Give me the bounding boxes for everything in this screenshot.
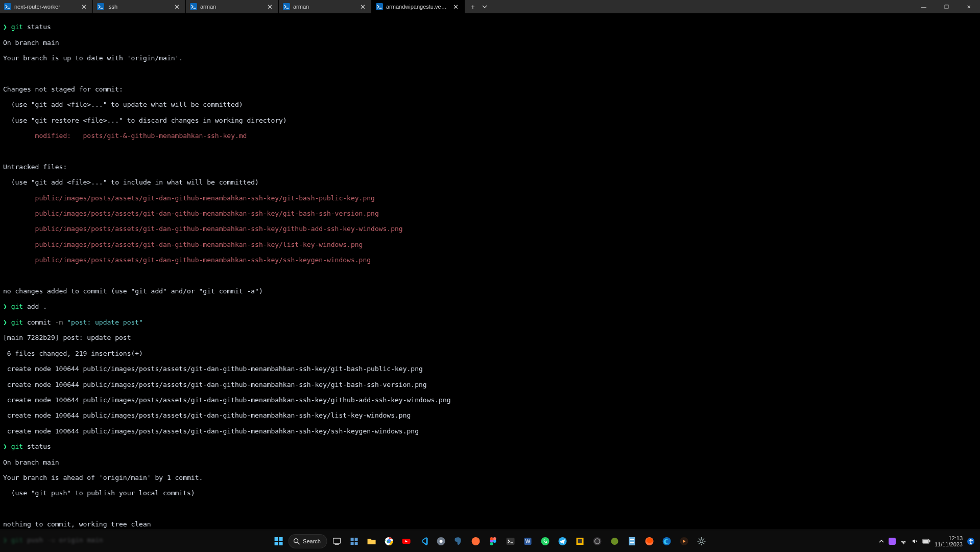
powershell-icon xyxy=(190,3,197,10)
app-icon-2[interactable] xyxy=(572,534,588,549)
cmd: commit xyxy=(23,318,55,326)
word-icon[interactable]: W xyxy=(520,534,536,549)
svg-rect-45 xyxy=(889,538,896,545)
svg-rect-0 xyxy=(4,3,11,10)
taskbar-clock[interactable]: 12:13 11/11/2023 xyxy=(935,535,963,547)
str: "post: update post" xyxy=(63,318,143,326)
svg-rect-14 xyxy=(351,542,354,545)
minimize-button[interactable]: — xyxy=(913,4,935,10)
prompt-icon: ❯ xyxy=(3,303,7,310)
tab-arman-1[interactable]: arman ✕ xyxy=(186,0,279,13)
tab-next-router-worker[interactable]: next-router-worker ✕ xyxy=(0,0,93,13)
tab-close-icon[interactable]: ✕ xyxy=(173,3,181,11)
edge-icon[interactable] xyxy=(659,534,675,549)
svg-point-36 xyxy=(611,538,618,545)
out: Your branch is ahead of 'origin/main' by… xyxy=(3,474,977,481)
telegram-icon[interactable] xyxy=(555,534,570,549)
blank xyxy=(3,70,977,77)
tab-label: arman xyxy=(200,4,262,10)
tab-vercel-app[interactable]: armandwipangestu.vercel.app ✕ xyxy=(372,0,465,13)
svg-rect-1 xyxy=(97,3,104,10)
powershell-icon xyxy=(97,3,104,10)
cmd: add . xyxy=(23,303,47,310)
svg-rect-39 xyxy=(630,541,634,541)
taskbar-search[interactable]: Search xyxy=(288,534,327,548)
settings-icon[interactable] xyxy=(694,534,709,549)
explorer-icon[interactable] xyxy=(364,534,379,549)
out: On branch main xyxy=(3,39,977,47)
svg-rect-6 xyxy=(279,537,282,541)
out: (use "git add <file>..." to update what … xyxy=(3,101,977,108)
svg-rect-5 xyxy=(274,537,278,541)
youtube-icon[interactable] xyxy=(399,534,414,549)
maximize-button[interactable]: ❐ xyxy=(935,4,958,10)
new-tab-controls: + xyxy=(465,0,493,13)
tab-label: armandwipangestu.vercel.app xyxy=(386,4,448,10)
svg-rect-10 xyxy=(333,538,341,543)
prompt-icon: ❯ xyxy=(3,23,7,31)
new-tab-button[interactable]: + xyxy=(469,3,477,11)
media-player-icon[interactable] xyxy=(677,534,692,549)
out: (use "git push" to publish your local co… xyxy=(3,489,977,497)
app-icon-3[interactable] xyxy=(607,534,623,549)
git-word: git xyxy=(11,23,23,31)
task-view-icon[interactable] xyxy=(329,534,345,549)
figma-icon[interactable] xyxy=(486,534,501,549)
postgres-icon[interactable] xyxy=(451,534,466,549)
out: public/images/posts/assets/git-dan-githu… xyxy=(3,210,977,217)
terminal-icon[interactable] xyxy=(503,534,518,549)
tab-close-icon[interactable]: ✕ xyxy=(266,3,274,11)
out: Changes not staged for commit: xyxy=(3,85,977,93)
svg-point-46 xyxy=(903,543,904,544)
start-button[interactable] xyxy=(271,534,286,549)
notepad-icon[interactable] xyxy=(625,534,640,549)
obs-icon[interactable] xyxy=(590,534,605,549)
vscode-icon[interactable] xyxy=(416,534,432,549)
svg-rect-4 xyxy=(376,3,383,10)
tab-close-icon[interactable]: ✕ xyxy=(80,3,88,11)
out: create mode 100644 public/images/posts/a… xyxy=(3,381,977,388)
system-tray[interactable] xyxy=(889,538,930,545)
battery-icon[interactable] xyxy=(922,538,930,544)
tab-dropdown-icon[interactable] xyxy=(480,4,489,9)
app-icon-1[interactable] xyxy=(434,534,449,549)
flag: -m xyxy=(55,318,63,326)
svg-rect-11 xyxy=(335,544,339,545)
svg-point-9 xyxy=(294,539,298,543)
powershell-icon xyxy=(4,3,11,10)
out: On branch main xyxy=(3,458,977,466)
svg-rect-15 xyxy=(355,542,358,545)
powershell-icon xyxy=(376,3,383,10)
firefox-icon[interactable] xyxy=(642,534,657,549)
out: public/images/posts/assets/git-dan-githu… xyxy=(3,194,977,202)
tab-label: .ssh xyxy=(107,4,170,10)
svg-rect-13 xyxy=(355,538,358,541)
widgets-icon[interactable] xyxy=(347,534,362,549)
cmd: status xyxy=(23,23,51,31)
tab-close-icon[interactable]: ✕ xyxy=(451,3,460,11)
svg-rect-12 xyxy=(351,538,354,541)
wifi-icon[interactable] xyxy=(900,538,907,545)
out: create mode 100644 public/images/posts/a… xyxy=(3,411,977,419)
svg-point-30 xyxy=(541,537,549,545)
tray-chevron-icon[interactable] xyxy=(878,538,885,544)
postman-icon[interactable] xyxy=(468,534,484,549)
svg-rect-27 xyxy=(507,538,515,545)
terminal-output[interactable]: ❯ git status On branch main Your branch … xyxy=(0,13,980,552)
git-word: git xyxy=(11,303,23,310)
whatsapp-icon[interactable] xyxy=(538,534,553,549)
tab-close-icon[interactable]: ✕ xyxy=(358,3,367,11)
tab-arman-2[interactable]: arman ✕ xyxy=(279,0,372,13)
svg-text:W: W xyxy=(525,539,531,544)
accessibility-icon[interactable] xyxy=(967,537,975,545)
chrome-icon[interactable] xyxy=(381,534,397,549)
out: modified: posts/git-&-github-menambahkan… xyxy=(3,132,977,140)
close-button[interactable]: ✕ xyxy=(958,4,980,10)
volume-icon[interactable] xyxy=(911,538,918,545)
prompt-icon: ❯ xyxy=(3,443,7,450)
svg-rect-8 xyxy=(279,542,282,545)
tray-app-icon[interactable] xyxy=(889,538,896,545)
tab-label: next-router-worker xyxy=(14,4,77,10)
tab-ssh[interactable]: .ssh ✕ xyxy=(93,0,186,13)
svg-rect-2 xyxy=(190,3,197,10)
